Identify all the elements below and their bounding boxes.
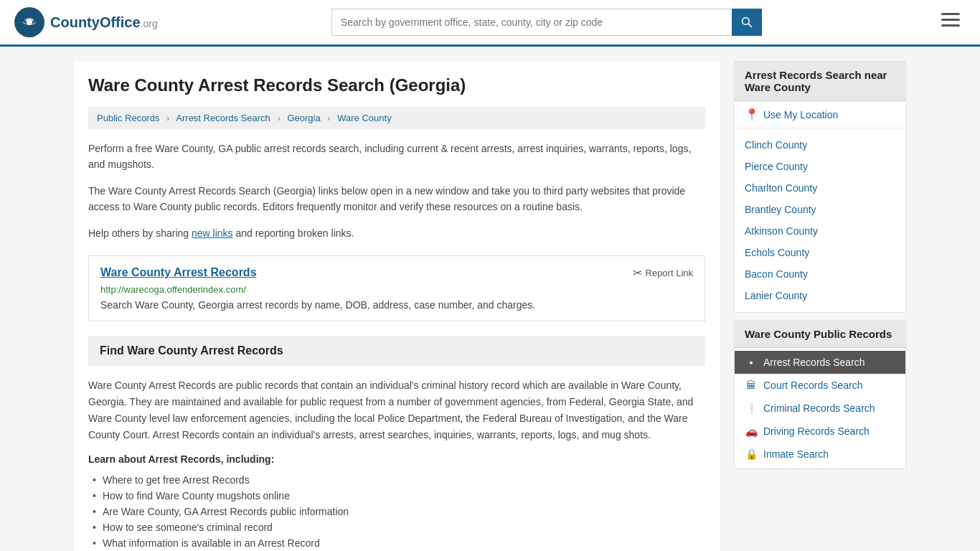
public-records-header: Ware County Public Records — [735, 321, 905, 348]
logo-text: CountyOffice.org — [50, 14, 158, 31]
list-item: Are Ware County, GA Arrest Records publi… — [88, 504, 705, 519]
search-area — [331, 9, 762, 36]
list-item: How to find Ware County mugshots online — [88, 488, 705, 504]
search-button[interactable] — [732, 9, 762, 36]
list-item: Charlton County — [735, 177, 905, 199]
find-section-header: Find Ware County Arrest Records — [100, 344, 694, 357]
list-item: 🚗 Driving Records Search — [735, 420, 905, 443]
list-item: ❕ Criminal Records Search — [735, 397, 905, 420]
inmate-search-icon: 🔒 — [745, 448, 758, 460]
content-area: Ware County Arrest Records Search (Georg… — [74, 61, 720, 551]
use-location-button[interactable]: 📍 Use My Location — [735, 101, 905, 128]
report-link-label: Report Link — [646, 268, 693, 278]
nearby-link-charlton[interactable]: Charlton County — [735, 177, 905, 199]
public-records-link-court[interactable]: 🏛 Court Records Search — [735, 374, 905, 397]
menu-button[interactable] — [936, 10, 966, 34]
nearby-link-bacon[interactable]: Bacon County — [735, 263, 905, 285]
svg-line-3 — [748, 24, 752, 27]
logo-icon — [14, 7, 44, 37]
description-2: The Ware County Arrest Records Search (G… — [88, 183, 705, 215]
record-link-title[interactable]: Ware County Arrest Records — [100, 266, 257, 279]
breadcrumb-link-georgia[interactable]: Georgia — [287, 113, 320, 123]
record-link-header: Ware County Arrest Records ✂ Report Link — [100, 266, 693, 280]
nearby-links-list: Clinch County Pierce County Charlton Cou… — [735, 128, 905, 312]
criminal-records-icon: ❕ — [745, 402, 758, 414]
breadcrumb-sep-1: › — [166, 113, 169, 123]
public-records-link-criminal[interactable]: ❕ Criminal Records Search — [735, 397, 905, 420]
list-item: 🔒 Inmate Search — [735, 443, 905, 466]
find-section: Find Ware County Arrest Records — [88, 336, 705, 366]
public-records-list: ▪ Arrest Records Search 🏛 Court Records … — [735, 348, 905, 468]
svg-rect-6 — [941, 24, 960, 27]
list-item: Brantley County — [735, 199, 905, 220]
breadcrumb-sep-3: › — [327, 113, 330, 123]
driving-records-icon: 🚗 — [745, 425, 758, 437]
learn-list: Where to get free Arrest Records How to … — [88, 472, 705, 551]
arrest-records-icon: ▪ — [745, 357, 758, 368]
record-description: Search Ware County, Georgia arrest recor… — [100, 299, 693, 311]
public-records-label-driving: Driving Records Search — [763, 425, 870, 437]
nearby-link-atkinson[interactable]: Atkinson County — [735, 220, 905, 242]
report-link-button[interactable]: ✂ Report Link — [633, 266, 693, 280]
public-records-label-arrest: Arrest Records Search — [763, 357, 865, 368]
new-links-link[interactable]: new links — [192, 227, 233, 239]
list-item: Bacon County — [735, 263, 905, 285]
public-records-link-driving[interactable]: 🚗 Driving Records Search — [735, 420, 905, 443]
court-records-icon: 🏛 — [745, 380, 758, 391]
public-records-link-inmate[interactable]: 🔒 Inmate Search — [735, 443, 905, 466]
svg-rect-4 — [941, 13, 960, 15]
public-records-label-inmate: Inmate Search — [763, 448, 829, 460]
public-records-section: Ware County Public Records ▪ Arrest Reco… — [734, 320, 906, 469]
learn-section-header: Learn about Arrest Records, including: — [88, 453, 705, 465]
description-3: Help others by sharing new links and rep… — [88, 225, 705, 241]
location-pin-icon: 📍 — [745, 108, 759, 121]
breadcrumb-sep-2: › — [277, 113, 280, 123]
list-item: ▪ Arrest Records Search — [735, 351, 905, 374]
list-item: How to see someone's criminal record — [88, 519, 705, 535]
nearby-section-header: Arrest Records Search near Ware County — [735, 62, 905, 101]
nearby-link-pierce[interactable]: Pierce County — [735, 156, 905, 177]
nearby-link-echols[interactable]: Echols County — [735, 242, 905, 263]
find-section-text: Ware County Arrest Records are public re… — [88, 377, 705, 443]
breadcrumb-link-arrest-records[interactable]: Arrest Records Search — [176, 113, 270, 123]
nearby-section: Arrest Records Search near Ware County 📍… — [734, 61, 906, 313]
list-item: Lanier County — [735, 285, 905, 306]
record-link-box: Ware County Arrest Records ✂ Report Link… — [88, 255, 705, 321]
breadcrumb-link-public-records[interactable]: Public Records — [97, 113, 159, 123]
nearby-link-brantley[interactable]: Brantley County — [735, 199, 905, 220]
list-item: What information is available in an Arre… — [88, 535, 705, 551]
list-item: Atkinson County — [735, 220, 905, 242]
list-item: Echols County — [735, 242, 905, 263]
record-url[interactable]: http://warecoga.offenderindex.com/ — [100, 284, 693, 295]
breadcrumb: Public Records › Arrest Records Search ›… — [88, 107, 705, 129]
svg-rect-5 — [941, 19, 960, 21]
sidebar: Arrest Records Search near Ware County 📍… — [734, 61, 906, 551]
scissors-icon: ✂ — [633, 266, 642, 280]
description-1: Perform a free Ware County, GA public ar… — [88, 141, 705, 173]
search-input[interactable] — [331, 9, 732, 36]
nearby-link-clinch[interactable]: Clinch County — [735, 134, 905, 156]
list-item: Pierce County — [735, 156, 905, 177]
logo-area: CountyOffice.org — [14, 7, 158, 37]
use-location-label: Use My Location — [763, 109, 838, 121]
list-item: Where to get free Arrest Records — [88, 472, 705, 488]
breadcrumb-link-ware-county[interactable]: Ware County — [337, 113, 391, 123]
svg-point-2 — [742, 18, 749, 25]
list-item: 🏛 Court Records Search — [735, 374, 905, 397]
public-records-link-arrest[interactable]: ▪ Arrest Records Search — [735, 351, 905, 374]
site-header: CountyOffice.org — [0, 0, 980, 47]
page-title: Ware County Arrest Records Search (Georg… — [88, 75, 705, 95]
public-records-label-criminal: Criminal Records Search — [763, 402, 875, 414]
main-container: Ware County Arrest Records Search (Georg… — [60, 47, 920, 551]
public-records-label-court: Court Records Search — [763, 380, 863, 391]
nearby-link-lanier[interactable]: Lanier County — [735, 285, 905, 306]
list-item: Clinch County — [735, 134, 905, 156]
